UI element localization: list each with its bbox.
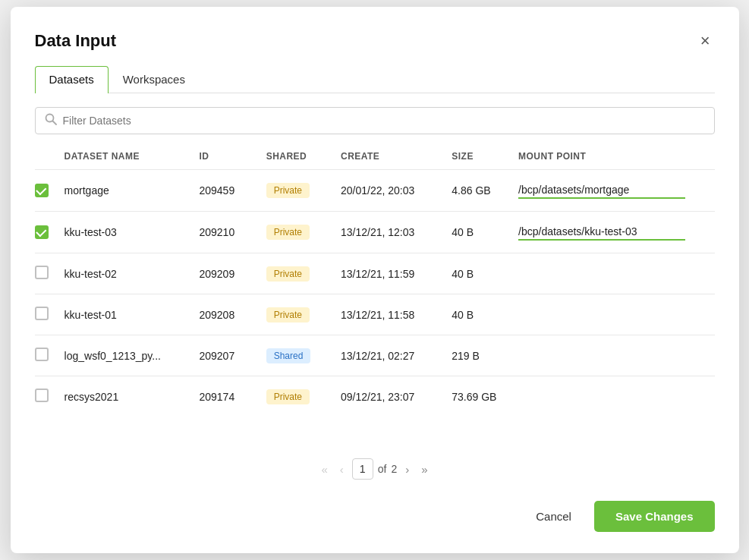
modal-header: Data Input ×: [35, 31, 715, 51]
row-size: 40 B: [452, 212, 518, 253]
table-row: recsys2021209174Private09/12/21, 23:0773…: [35, 376, 715, 417]
row-create: 13/12/21, 11:59: [341, 253, 452, 294]
row-create: 09/12/21, 23:07: [341, 376, 452, 417]
row-create: 20/01/22, 20:03: [341, 170, 452, 212]
modal-title: Data Input: [35, 31, 117, 51]
row-size: 73.69 GB: [452, 376, 518, 417]
page-prev-button[interactable]: ‹: [336, 461, 348, 477]
save-button[interactable]: Save Changes: [594, 501, 715, 532]
search-bar: [35, 107, 715, 134]
col-header-name: DATASET NAME: [65, 151, 200, 170]
datasets-table: DATASET NAME ID SHARED CREATE SIZE MOUNT…: [35, 151, 715, 440]
row-create: 13/12/21, 11:58: [341, 294, 452, 335]
search-icon: [45, 113, 57, 128]
row-mount-empty: [518, 253, 714, 294]
col-header-shared: SHARED: [266, 151, 341, 170]
row-id: 209209: [199, 253, 266, 294]
row-size: 40 B: [452, 294, 518, 335]
row-checkbox[interactable]: [35, 266, 49, 279]
tab-datasets[interactable]: Datasets: [35, 66, 109, 93]
row-id: 209459: [199, 170, 266, 212]
row-name: kku-test-02: [65, 253, 200, 294]
row-mount-empty: [518, 376, 714, 417]
tab-workspaces[interactable]: Workspaces: [109, 66, 200, 93]
row-name: kku-test-03: [65, 212, 200, 253]
row-checkbox[interactable]: [35, 225, 49, 239]
page-last-button[interactable]: »: [417, 461, 431, 477]
close-button[interactable]: ×: [696, 31, 715, 51]
page-total: 2: [391, 463, 397, 475]
row-size: 219 B: [452, 335, 518, 376]
row-id: 209207: [199, 335, 266, 376]
row-name: kku-test-01: [65, 294, 200, 335]
row-name: recsys2021: [65, 376, 200, 417]
modal: Data Input × Datasets Workspaces DATASET…: [11, 7, 739, 553]
page-current: 1: [352, 458, 373, 480]
tab-bar: Datasets Workspaces: [35, 66, 715, 93]
row-checkbox[interactable]: [35, 307, 49, 320]
col-header-size: SIZE: [452, 151, 518, 170]
row-size: 4.86 GB: [452, 170, 518, 212]
pagination: « ‹ 1 of 2 › »: [35, 458, 715, 480]
cancel-button[interactable]: Cancel: [522, 502, 585, 530]
svg-line-1: [52, 121, 56, 125]
row-name: log_wsf0_1213_py...: [65, 335, 200, 376]
footer-actions: Cancel Save Changes: [35, 501, 715, 532]
row-checkbox[interactable]: [35, 184, 49, 197]
row-checkbox[interactable]: [35, 389, 49, 402]
row-create: 13/12/21, 02:27: [341, 335, 452, 376]
col-header-id: ID: [199, 151, 266, 170]
row-name: mortgage: [65, 170, 200, 212]
row-mount-empty: [518, 335, 714, 376]
row-shared-badge: Shared: [266, 348, 311, 363]
table-row: kku-test-03209210Private13/12/21, 12:034…: [35, 212, 715, 253]
row-shared-badge: Private: [266, 225, 310, 240]
page-first-button[interactable]: «: [317, 461, 331, 477]
page-next-button[interactable]: ›: [401, 461, 413, 477]
col-header-check: [35, 151, 65, 170]
table-row: kku-test-01209208Private13/12/21, 11:584…: [35, 294, 715, 335]
row-mount-input[interactable]: [518, 182, 685, 199]
page-of-label: of: [378, 463, 387, 475]
row-size: 40 B: [452, 253, 518, 294]
table-row: log_wsf0_1213_py...209207Shared13/12/21,…: [35, 335, 715, 376]
row-shared-badge: Private: [266, 183, 310, 198]
row-shared-badge: Private: [266, 266, 310, 282]
row-shared-badge: Private: [266, 307, 310, 322]
col-header-mount: MOUNT POINT: [518, 151, 714, 170]
row-mount-input[interactable]: [518, 224, 685, 241]
row-shared-badge: Private: [266, 389, 310, 404]
row-id: 209208: [199, 294, 266, 335]
row-create: 13/12/21, 12:03: [341, 212, 452, 253]
col-header-create: CREATE: [341, 151, 452, 170]
table-row: mortgage209459Private20/01/22, 20:034.86…: [35, 170, 715, 212]
table-row: kku-test-02209209Private13/12/21, 11:594…: [35, 253, 715, 294]
row-id: 209210: [199, 212, 266, 253]
row-id: 209174: [199, 376, 266, 417]
row-checkbox[interactable]: [35, 348, 49, 361]
row-mount-empty: [518, 294, 714, 335]
search-input[interactable]: [63, 115, 705, 127]
